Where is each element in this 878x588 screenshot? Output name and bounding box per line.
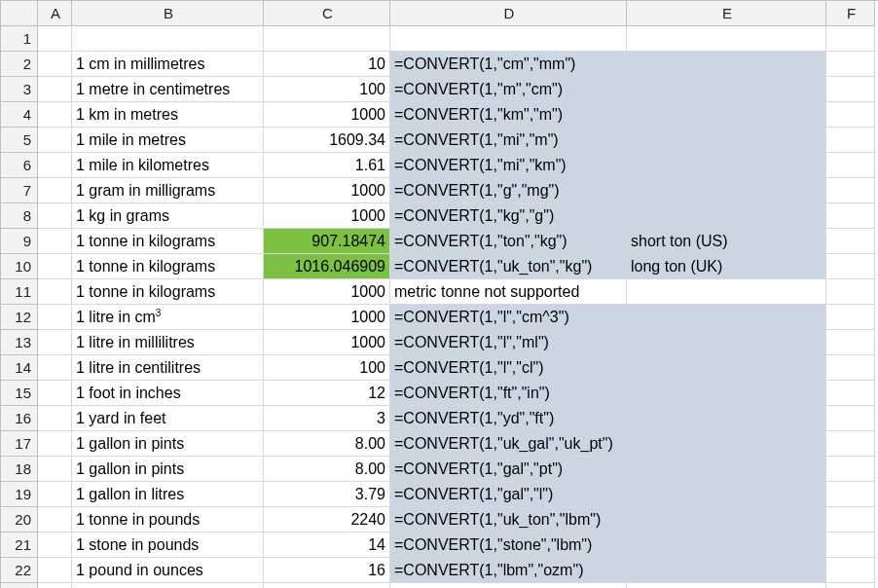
cell-A2[interactable] [38,52,72,77]
cell-A1[interactable] [38,26,72,52]
row-header-4[interactable]: 4 [1,102,38,128]
cell-B20[interactable]: 1 tonne in pounds [72,507,264,533]
cell-A8[interactable] [38,203,72,229]
cell-B13[interactable]: 1 litre in millilitres [72,330,264,355]
cell-B23[interactable] [72,583,264,588]
cell-F18[interactable] [826,457,875,482]
cell-F9[interactable] [826,229,875,254]
cell-C10[interactable]: 1016.046909 [264,254,390,279]
cell-E14[interactable] [627,355,826,381]
cell-F17[interactable] [826,431,875,457]
cell-C2[interactable]: 10 [264,52,390,77]
column-header-D[interactable]: D [390,1,627,26]
row-header-17[interactable]: 17 [1,431,38,457]
cell-E21[interactable] [627,533,826,558]
cell-F12[interactable] [826,305,875,330]
cell-F8[interactable] [826,203,875,229]
cell-E9[interactable]: short ton (US) [627,229,826,254]
cell-D20[interactable]: =CONVERT(1,"uk_ton","lbm") [390,507,627,533]
cell-A21[interactable] [38,533,72,558]
cell-C16[interactable]: 3 [264,406,390,431]
cell-A5[interactable] [38,128,72,153]
cell-A23[interactable] [38,583,72,588]
cell-F23[interactable] [826,583,875,588]
cell-E20[interactable] [627,507,826,533]
cell-C5[interactable]: 1609.34 [264,128,390,153]
cell-A14[interactable] [38,355,72,381]
cell-F11[interactable] [826,279,875,305]
cell-E10[interactable]: long ton (UK) [627,254,826,279]
cell-E2[interactable] [627,52,826,77]
cell-F20[interactable] [826,507,875,533]
cell-C21[interactable]: 14 [264,533,390,558]
column-header-E[interactable]: E [627,1,826,26]
cell-D11[interactable]: metric tonne not supported [390,279,627,305]
cell-D21[interactable]: =CONVERT(1,"stone","lbm") [390,533,627,558]
cell-B9[interactable]: 1 tonne in kilograms [72,229,264,254]
row-header-1[interactable]: 1 [1,26,38,52]
cell-D6[interactable]: =CONVERT(1,"mi","km") [390,153,627,178]
cell-C13[interactable]: 1000 [264,330,390,355]
column-header-A[interactable]: A [38,1,72,26]
cell-E15[interactable] [627,381,826,406]
cell-B17[interactable]: 1 gallon in pints [72,431,264,457]
row-header-6[interactable]: 6 [1,153,38,178]
row-header-11[interactable]: 11 [1,279,38,305]
cell-A19[interactable] [38,482,72,507]
cell-F21[interactable] [826,533,875,558]
cell-E19[interactable] [627,482,826,507]
cell-B1[interactable] [72,26,264,52]
cell-E22[interactable] [627,558,826,583]
cell-F16[interactable] [826,406,875,431]
cell-C9[interactable]: 907.18474 [264,229,390,254]
cell-C19[interactable]: 3.79 [264,482,390,507]
cell-D23[interactable] [390,583,627,588]
row-header-12[interactable]: 12 [1,305,38,330]
spreadsheet-grid[interactable]: ABCDEF121 cm in millimetres10=CONVERT(1,… [0,0,878,588]
cell-D12[interactable]: =CONVERT(1,"l","cm^3") [390,305,627,330]
cell-D10[interactable]: =CONVERT(1,"uk_ton","kg") [390,254,627,279]
cell-A7[interactable] [38,178,72,203]
cell-A4[interactable] [38,102,72,128]
cell-D8[interactable]: =CONVERT(1,"kg","g") [390,203,627,229]
row-header-3[interactable]: 3 [1,77,38,102]
cell-C14[interactable]: 100 [264,355,390,381]
corner-cell[interactable] [1,1,38,26]
row-header-16[interactable]: 16 [1,406,38,431]
row-header-14[interactable]: 14 [1,355,38,381]
row-header-13[interactable]: 13 [1,330,38,355]
column-header-B[interactable]: B [72,1,264,26]
cell-D2[interactable]: =CONVERT(1,"cm","mm") [390,52,627,77]
cell-B10[interactable]: 1 tonne in kilograms [72,254,264,279]
cell-D18[interactable]: =CONVERT(1,"gal","pt") [390,457,627,482]
column-header-F[interactable]: F [826,1,875,26]
cell-E16[interactable] [627,406,826,431]
cell-C12[interactable]: 1000 [264,305,390,330]
cell-B2[interactable]: 1 cm in millimetres [72,52,264,77]
cell-D5[interactable]: =CONVERT(1,"mi","m") [390,128,627,153]
cell-C18[interactable]: 8.00 [264,457,390,482]
cell-D16[interactable]: =CONVERT(1,"yd","ft") [390,406,627,431]
cell-C11[interactable]: 1000 [264,279,390,305]
cell-C4[interactable]: 1000 [264,102,390,128]
cell-C6[interactable]: 1.61 [264,153,390,178]
cell-A12[interactable] [38,305,72,330]
cell-C20[interactable]: 2240 [264,507,390,533]
cell-F5[interactable] [826,128,875,153]
cell-E3[interactable] [627,77,826,102]
cell-B12[interactable]: 1 litre in cm3 [72,305,264,330]
cell-B5[interactable]: 1 mile in metres [72,128,264,153]
cell-B14[interactable]: 1 litre in centilitres [72,355,264,381]
cell-E6[interactable] [627,153,826,178]
cell-B3[interactable]: 1 metre in centimetres [72,77,264,102]
cell-A11[interactable] [38,279,72,305]
row-header-8[interactable]: 8 [1,203,38,229]
row-header-7[interactable]: 7 [1,178,38,203]
cell-E1[interactable] [627,26,826,52]
cell-F19[interactable] [826,482,875,507]
cell-D14[interactable]: =CONVERT(1,"l","cl") [390,355,627,381]
row-header-10[interactable]: 10 [1,254,38,279]
cell-B16[interactable]: 1 yard in feet [72,406,264,431]
cell-D9[interactable]: =CONVERT(1,"ton","kg") [390,229,627,254]
cell-C22[interactable]: 16 [264,558,390,583]
